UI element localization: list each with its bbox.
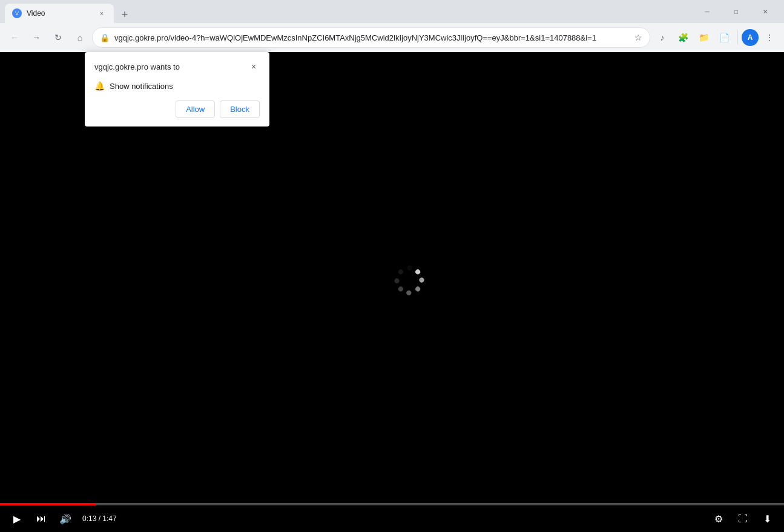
- profile-button[interactable]: A: [742, 29, 759, 46]
- progress-bar[interactable]: [0, 503, 784, 505]
- new-tab-button[interactable]: +: [116, 6, 133, 23]
- controls-row: ▶ ⏭ 🔊 0:13 / 1:47 ⚙ ⛶ ⬇: [0, 505, 784, 532]
- svg-point-5: [402, 275, 409, 281]
- popup-actions: Allow Block: [85, 100, 269, 126]
- refresh-button[interactable]: ↻: [48, 28, 68, 47]
- block-button[interactable]: Block: [220, 100, 260, 118]
- svg-point-2: [419, 289, 426, 296]
- svg-point-7: [418, 267, 425, 274]
- toolbar-separator: [737, 30, 738, 45]
- window-controls: ─ □ ✕: [693, 0, 779, 23]
- home-button[interactable]: ⌂: [70, 28, 90, 47]
- notification-popup: vgqjc.gokre.pro wants to × 🔔 Show notifi…: [85, 52, 269, 126]
- spinner-svg: [395, 259, 440, 304]
- popup-close-button[interactable]: ×: [248, 61, 260, 73]
- progress-fill: [0, 503, 95, 505]
- play-button[interactable]: ▶: [7, 509, 27, 528]
- folder-icon-button[interactable]: 📁: [694, 28, 713, 47]
- time-display: 0:13 / 1:47: [82, 514, 117, 523]
- forward-button[interactable]: →: [27, 28, 46, 47]
- maximize-button[interactable]: □: [722, 0, 750, 23]
- video-content: vgqjc.gokre.pro wants to × 🔔 Show notifi…: [0, 52, 784, 532]
- minimize-button[interactable]: ─: [693, 0, 721, 23]
- popup-site-name: vgqjc.gokre.pro wants to: [94, 62, 180, 71]
- video-controls: ▶ ⏭ 🔊 0:13 / 1:47 ⚙ ⛶ ⬇: [0, 503, 784, 532]
- lock-icon: 🔒: [100, 33, 110, 42]
- download-button[interactable]: ⬇: [757, 509, 777, 528]
- settings-button[interactable]: ⚙: [709, 509, 728, 528]
- tab-close-button[interactable]: ×: [97, 8, 107, 18]
- fullscreen-button[interactable]: ⛶: [733, 509, 753, 528]
- loading-spinner: [375, 271, 409, 307]
- tab-favicon: V: [12, 8, 22, 18]
- title-bar: V Video × + ─ □ ✕: [0, 0, 784, 23]
- browser-chrome: V Video × + ─ □ ✕ ← → ↻ ⌂ 🔒 vgqjc.gokre.…: [0, 0, 784, 52]
- tab-title: Video: [27, 9, 92, 18]
- volume-button[interactable]: 🔊: [56, 509, 75, 528]
- bookmark-star-icon[interactable]: ☆: [634, 33, 642, 42]
- back-button[interactable]: ←: [5, 28, 24, 47]
- toolbar-icons: ♪ 🧩 📁 📄 A ⋮: [653, 28, 779, 47]
- url-bar[interactable]: 🔒 vgqjc.gokre.pro/video-4?h=waWQiOjEwMDE…: [92, 27, 650, 48]
- allow-button[interactable]: Allow: [176, 100, 215, 118]
- svg-point-4: [403, 283, 410, 290]
- permission-text: Show notifications: [110, 82, 173, 91]
- address-bar: ← → ↻ ⌂ 🔒 vgqjc.gokre.pro/video-4?h=waWQ…: [0, 23, 784, 52]
- url-text: vgqjc.gokre.pro/video-4?h=waWQiOjEwMDEwM…: [114, 33, 630, 42]
- next-button[interactable]: ⏭: [31, 509, 51, 528]
- extensions-icon-button[interactable]: 🧩: [673, 28, 693, 47]
- bell-icon: 🔔: [94, 81, 105, 91]
- tab-bar: V Video × +: [5, 0, 693, 23]
- active-tab[interactable]: V Video ×: [5, 4, 114, 23]
- music-icon-button[interactable]: ♪: [653, 28, 672, 47]
- popup-header: vgqjc.gokre.pro wants to ×: [85, 52, 269, 76]
- svg-point-0: [425, 274, 432, 280]
- svg-point-1: [426, 282, 432, 289]
- menu-button[interactable]: ⋮: [760, 28, 779, 47]
- pdf-icon-button[interactable]: 📄: [714, 28, 734, 47]
- svg-point-3: [409, 290, 416, 297]
- svg-point-6: [409, 268, 415, 274]
- popup-permission-row: 🔔 Show notifications: [85, 76, 269, 100]
- close-window-button[interactable]: ✕: [751, 0, 779, 23]
